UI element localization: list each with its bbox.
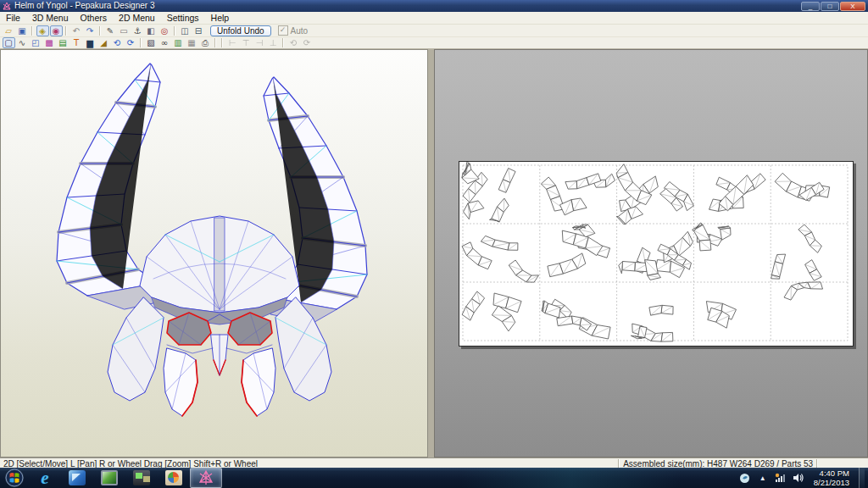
pattern-part[interactable] <box>805 260 822 281</box>
pin-point-icon[interactable]: ◎ <box>159 25 171 36</box>
pattern-part[interactable] <box>509 260 538 282</box>
menu-item-help[interactable]: Help <box>205 12 236 24</box>
auto-checkbox[interactable]: ✓ Auto <box>278 25 309 36</box>
layout-2d-only-icon[interactable]: ⊟ <box>192 25 205 36</box>
taskbar-app-paint-app[interactable] <box>158 468 190 488</box>
save-icon[interactable]: ▣ <box>16 25 29 36</box>
helmet-nose-guard <box>211 335 228 375</box>
pattern-part[interactable] <box>557 316 592 330</box>
pattern-part[interactable] <box>771 254 786 279</box>
taskbar-app-photo-viewer[interactable] <box>93 468 125 488</box>
menu-item-file[interactable]: File <box>0 12 26 24</box>
export-sheet-icon: ▤ <box>58 38 66 47</box>
network-icon[interactable] <box>775 472 787 484</box>
unfold-undo-button[interactable]: Unfold Undo <box>210 25 271 36</box>
parts-list-icon[interactable]: ▥ <box>172 37 185 48</box>
pattern-part[interactable] <box>619 262 648 274</box>
pattern-part[interactable] <box>560 198 587 215</box>
texture-view-icon[interactable]: ▩ <box>43 37 56 48</box>
title-bar[interactable]: Helm of Yngol - Pepakura Designer 3 _ □ … <box>0 0 868 12</box>
start-button[interactable] <box>0 468 29 488</box>
secondary-toolbar: ▢∿◰▩▤T▆◢⟲⟳▧∞▥▦⎙⊢⊤⊣⊥⟲⟳ <box>0 37 868 49</box>
image-overlay-icon[interactable]: ▦ <box>186 37 198 48</box>
close-button[interactable]: X <box>840 2 865 11</box>
zoom-area-icon: ▧ <box>147 38 154 47</box>
menu-item-others[interactable]: Others <box>75 12 114 24</box>
minimize-button[interactable]: _ <box>801 2 820 11</box>
pen-tool-icon[interactable]: ✎ <box>104 25 117 36</box>
redo-icon[interactable]: ↷ <box>84 25 97 36</box>
anchor-icon: ⚓ <box>134 25 142 35</box>
menu-item-2d-menu[interactable]: 2D Menu <box>113 12 161 24</box>
pattern-part[interactable] <box>498 169 515 193</box>
texture-view-icon: ▩ <box>45 38 53 47</box>
show-edges-icon[interactable]: ◈ <box>36 25 49 36</box>
rotate-cw-icon[interactable]: ⟳ <box>125 37 137 48</box>
hidden-icons-chevron[interactable]: ▲ <box>757 472 769 484</box>
menu-item-settings[interactable]: Settings <box>161 12 205 24</box>
layout-3d-2d-icon[interactable]: ◫ <box>179 25 192 36</box>
find-part-icon[interactable]: ∞ <box>159 37 171 48</box>
toolbar-separator <box>282 38 284 47</box>
zoom-area-icon[interactable]: ▧ <box>145 37 158 48</box>
align-left-icon: ⊢ <box>226 37 239 48</box>
pattern-part[interactable] <box>562 230 603 256</box>
export-sheet-icon[interactable]: ▤ <box>57 37 70 48</box>
layout-3d-2d-icon: ◫ <box>181 25 188 35</box>
pattern-part[interactable] <box>548 253 586 277</box>
pattern-part[interactable] <box>784 282 823 300</box>
rotate-ccw-icon[interactable]: ⟲ <box>111 37 124 48</box>
eraser-tool-icon[interactable]: ▭ <box>118 25 131 36</box>
taskbar-app-media-player[interactable] <box>125 468 158 488</box>
maximize-button[interactable]: □ <box>821 2 839 11</box>
toolbar-separator <box>214 38 216 47</box>
print-icon[interactable]: ⎙ <box>199 37 212 48</box>
find-part-icon: ∞ <box>161 38 168 47</box>
clock-time: 4:40 PM <box>814 469 849 478</box>
taskbar-app-pepakura-designer[interactable] <box>190 468 222 488</box>
layout-2d-only-icon: ⊟ <box>195 25 202 35</box>
taskbar-clock[interactable]: 4:40 PM 8/21/2013 <box>810 469 853 487</box>
pattern-part[interactable] <box>462 291 484 320</box>
pattern-sheet[interactable] <box>459 161 854 347</box>
rotate-part-ccw-icon: ⟲ <box>287 37 300 48</box>
pattern-part[interactable] <box>798 225 822 252</box>
taskbar-app-blue-modeler-app[interactable] <box>61 468 93 488</box>
helmet-dome <box>140 216 299 324</box>
show-materials-icon[interactable]: ◉ <box>50 25 63 36</box>
text-tool-icon[interactable]: T <box>70 37 83 48</box>
undo-icon[interactable]: ↶ <box>70 25 83 36</box>
anchor-icon[interactable]: ⚓ <box>131 25 144 36</box>
text-tool-icon: T <box>74 38 79 47</box>
new-window-icon[interactable]: ◰ <box>30 37 42 48</box>
open-file-icon[interactable]: ▱ <box>3 25 15 36</box>
pattern-part[interactable] <box>462 242 492 269</box>
menu-item-3d-menu[interactable]: 3D Menu <box>26 12 75 24</box>
pane-splitter[interactable] <box>428 49 434 458</box>
volume-icon[interactable] <box>793 472 804 484</box>
internet-explorer-icon: e <box>36 469 54 487</box>
align-bottom-icon: ⊥ <box>267 37 280 48</box>
fill-color-icon[interactable]: ◢ <box>97 37 110 48</box>
helmet-3d-model[interactable] <box>1 50 427 457</box>
cube-view-icon[interactable]: ◧ <box>145 25 158 36</box>
toolbar-separator <box>221 38 223 47</box>
unfolded-parts-layer <box>462 163 830 342</box>
taskbar-app-internet-explorer[interactable]: e <box>29 468 61 488</box>
pattern-part[interactable] <box>490 198 509 222</box>
pattern-part[interactable] <box>481 236 518 250</box>
helmet-right-cheek-guard <box>242 348 275 416</box>
pane-2d-pattern-view[interactable] <box>434 49 868 458</box>
auto-checkbox-box[interactable]: ✓ <box>278 25 288 36</box>
pattern-part[interactable] <box>693 223 711 251</box>
tray-app-icon[interactable] <box>739 472 751 484</box>
pane-3d-view[interactable] <box>0 49 428 458</box>
assembled-size-text: Assembled size(mm): H487 W264 D269 / Par… <box>620 459 816 469</box>
select-move-icon[interactable]: ▢ <box>3 37 15 48</box>
open-file-icon: ▱ <box>5 25 12 35</box>
show-desktop-button[interactable] <box>859 468 865 488</box>
pattern-part[interactable] <box>464 201 484 219</box>
pattern-part[interactable] <box>649 305 673 315</box>
page-setup-icon[interactable]: ▆ <box>84 37 97 48</box>
lasso-select-icon[interactable]: ∿ <box>16 37 29 48</box>
